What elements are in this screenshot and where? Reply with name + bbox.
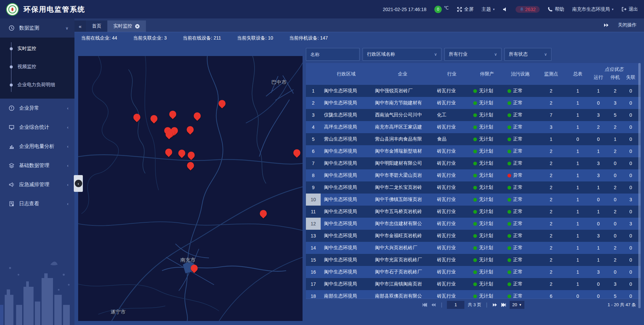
stat-item: 当前停机设备: 147 [289,35,328,41]
map[interactable]: 巴中市 南充市 遂宁市 [78,56,303,321]
cell-region: 阆中生态环境局 [321,97,372,109]
cell-limit: 无计划 [470,85,504,97]
page-size-select[interactable]: 20▼ [509,301,524,309]
page-number-input[interactable] [447,301,465,309]
map-collapse-handle[interactable]: ‹ [74,175,83,192]
cell-limit: 无计划 [470,121,504,133]
cell-meters: 0 [566,290,590,299]
cell-stop: 3 [607,97,623,109]
sidebar-item-realtime-monitoring[interactable]: 实时监控 [0,40,74,58]
sidebar-item-power-usage-analysis[interactable]: 企业用电量分析 ‹ [0,137,74,156]
tabs-scroll-left-button[interactable]: « [74,20,86,32]
table-row[interactable]: 1 阆中生态环境局 阆中强锐页岩砖厂 砖瓦行业 无计划 正常 2 1 1 2 0 [306,85,641,97]
sidebar-item-base-data-management[interactable]: 基础数据管理 ‹ [0,156,74,175]
table-row[interactable]: 12 阆中生态环境局 阆中市忠信建材有限公 砖瓦行业 无计划 正常 2 1 0 … [306,218,641,230]
help-button[interactable]: 帮助 [548,6,564,12]
cell-industry: 砖瓦行业 [434,169,470,181]
close-operations-button[interactable]: 关闭操作 [618,22,637,28]
cell-points: 2 [536,266,566,278]
table-row[interactable]: 14 阆中生态环境局 阆中大兴页岩机砖厂 砖瓦行业 无计划 正常 2 1 1 2 [306,242,641,254]
table-row[interactable]: 3 仪陇生态环境局 西南油气田分公司川中 化工 无计划 正常 7 1 3 5 0 [306,109,641,121]
prev-page-button[interactable] [431,303,436,307]
table-row[interactable]: 8 阆中生态环境局 阆中市枣碧大梁山页岩 砖瓦行业 无计划 异常 2 1 3 0 [306,169,641,181]
cell-industry: 砖瓦行业 [434,290,470,299]
map-city-label: 遂宁市 [111,309,126,315]
cell-facility: 正常 [504,194,536,206]
close-tab-icon[interactable] [135,24,140,29]
cell-limit: 无计划 [470,242,504,254]
cell-run: 1 [590,145,607,157]
table-row[interactable]: 13 阆中生态环境局 阆中市金福旺页岩机砖 砖瓦行业 无计划 正常 2 1 3 … [306,230,641,242]
sidebar-item-enterprise-statistics[interactable]: 企业综合统计 ‹ [0,118,74,137]
col-limit: 停限产 [470,63,504,85]
cell-region: 阆中生态环境局 [321,218,372,230]
logout-button[interactable]: 退出 [622,6,638,12]
table-row[interactable]: 9 阆中生态环境局 阆中市二龙长宝页岩砖 砖瓦行业 无计划 正常 2 1 1 2 [306,181,641,194]
cell-lost: 3 [623,194,638,206]
cell-region: 阆中生态环境局 [321,169,372,181]
notifications-badge[interactable]: 2632 [516,6,540,13]
table-header: 行政区域 企业 行业 停限产 治污设施 监测点 总表 点位状态 运行 停机 失联 [306,63,641,85]
row-index: 8 [306,169,321,181]
chevron-down-icon: ∨ [544,52,547,57]
name-search-input[interactable] [306,48,360,61]
status-dot [507,270,511,274]
cell-facility: 正常 [504,97,536,109]
status-select[interactable]: 所有状态∨ [504,48,551,61]
stat-item: 当前失联设备: 10 [237,35,273,41]
status-dot [507,186,511,189]
industry-select[interactable]: 所有行业∨ [444,48,501,61]
cell-lost: 0 [623,157,638,169]
table-row[interactable]: 5 营山生态环境局 营山县润丰肉食品有限 食品 无计划 正常 1 0 0 1 0 [306,133,641,145]
table-row[interactable]: 10 阆中生态环境局 阆中千佛镇五郎垭页岩 砖瓦行业 无计划 正常 2 1 0 … [306,194,641,206]
enterprise-table: 行政区域 企业 行业 停限产 治污设施 监测点 总表 点位状态 运行 停机 失联 [306,63,641,320]
status-dot [507,101,511,105]
table-row[interactable]: 16 阆中生态环境局 阆中市石子页岩机砖厂 砖瓦行业 无计划 正常 2 1 3 … [306,266,641,278]
status-dot [473,222,477,226]
cell-region: 阆中生态环境局 [321,194,372,206]
sidebar-item-enterprise-anomaly[interactable]: 企业异常 ‹ [0,99,74,118]
status-dot [507,138,511,141]
app-logo-icon [6,3,19,16]
row-index: 13 [306,230,321,242]
sidebar-item-log-view[interactable]: 日志查看 ‹ [0,194,74,213]
fullscreen-button[interactable]: 全屏 [457,6,474,12]
cell-points: 2 [536,97,566,109]
first-page-button[interactable] [422,303,427,307]
table-row[interactable]: 4 高坪生态环境局 南充市高坪区王家店建 砖瓦行业 无计划 正常 3 1 2 2 [306,121,641,133]
cell-lost: 0 [623,254,638,266]
tabs-scroll-right-icon[interactable] [604,23,609,27]
region-select[interactable]: 行政区域名称∨ [363,48,441,61]
sidebar-item-video-monitoring[interactable]: 视频监控 [0,58,74,76]
table-row[interactable]: 2 阆中生态环境局 阆中市南方节能建材有 砖瓦行业 无计划 正常 2 1 0 3 [306,97,641,109]
table-row[interactable]: 15 阆中生态环境局 阆中市光富页岩机砖厂 砖瓦行业 无计划 正常 2 1 1 … [306,254,641,266]
sidebar-item-data-monitoring[interactable]: 数据监测 ∨ [0,18,74,38]
status-dot [473,294,477,298]
cell-lost: 0 [623,230,638,242]
chevron-left-icon: ‹ [67,144,68,149]
cell-region: 仪陇生态环境局 [321,109,372,121]
tab-home[interactable]: 首页 [86,20,107,32]
table-row[interactable]: 7 阆中生态环境局 阆中明阳建材有限公司 砖瓦行业 无计划 正常 2 1 3 0 [306,157,641,169]
table-row[interactable]: 18 南部生态环境局 南部县双佛页岩有限公 砖瓦行业 无计划 正常 6 0 0 … [306,290,641,299]
cell-lost: 0 [623,290,638,299]
tab-realtime-monitoring[interactable]: 实时监控 [107,20,146,32]
sidebar-item-power-load-detail[interactable]: 企业电力负荷明细 [0,76,74,94]
last-page-button[interactable] [501,303,506,307]
mute-button[interactable] [503,7,507,12]
table-row[interactable]: 17 阆中生态环境局 阆中市江南镇阆南页岩 砖瓦行业 无计划 正常 2 1 0 … [306,278,641,290]
table-scrollbar[interactable] [638,63,641,308]
next-page-button[interactable] [492,303,497,307]
chevron-down-icon: ▼ [519,303,522,307]
status-dot [507,258,511,262]
table-row[interactable]: 11 阆中生态环境局 阆中市五马桥页岩机砖 砖瓦行业 无计划 正常 2 1 1 … [306,206,641,218]
phone-icon [548,7,553,12]
cell-stop: 5 [607,290,623,299]
cell-company: 阆中市南方节能建材有 [372,97,434,109]
stat-item: 当前在线企业: 44 [81,35,117,41]
sidebar-item-emergency-reduction[interactable]: 应急减排管理 ‹ [0,175,74,194]
theme-dropdown[interactable]: 主题▾ [482,6,495,12]
user-org-dropdown[interactable]: 南充市生态环境局▾ [572,6,613,12]
cell-meters: 1 [566,254,590,266]
table-row[interactable]: 6 阆中生态环境局 阆中市金博瑞新型墙材 砖瓦行业 无计划 正常 2 1 1 2 [306,145,641,157]
